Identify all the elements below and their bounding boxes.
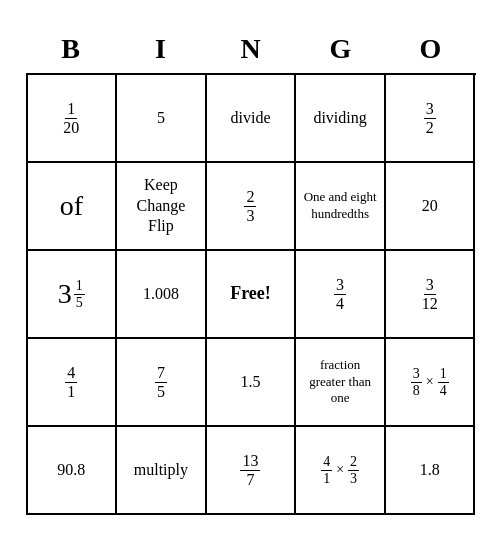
header-g: G (296, 29, 386, 69)
cell-r5c2: multiply (117, 427, 207, 515)
cell-r3c5: 3 12 (386, 251, 476, 339)
cell-r4c4: fraction greater than one (296, 339, 386, 427)
header-n: N (206, 29, 296, 69)
cell-r3c2: 1.008 (117, 251, 207, 339)
cell-r5c3: 13 7 (207, 427, 297, 515)
cell-r1c3: divide (207, 75, 297, 163)
cell-r2c4: One and eight hundredths (296, 163, 386, 251)
cell-r1c4: dividing (296, 75, 386, 163)
cell-r2c1: of (28, 163, 118, 251)
cell-r5c1: 90.8 (28, 427, 118, 515)
cell-r3c1: 3 1 5 (28, 251, 118, 339)
cell-r4c1: 4 1 (28, 339, 118, 427)
header-i: I (116, 29, 206, 69)
cell-r2c2: KeepChangeFlip (117, 163, 207, 251)
cell-r4c5: 3 8 × 1 4 (386, 339, 476, 427)
cell-r5c5: 1.8 (386, 427, 476, 515)
cell-r3c4: 3 4 (296, 251, 386, 339)
cell-r5c4: 4 1 × 2 3 (296, 427, 386, 515)
cell-r3c3: Free! (207, 251, 297, 339)
header-b: B (26, 29, 116, 69)
cell-r4c3: 1.5 (207, 339, 297, 427)
cell-r2c3: 2 3 (207, 163, 297, 251)
bingo-grid: 1 20 5 divide dividing 3 2 of KeepChange… (26, 73, 476, 515)
cell-r1c1: 1 20 (28, 75, 118, 163)
cell-r2c5: 20 (386, 163, 476, 251)
cell-r1c2: 5 (117, 75, 207, 163)
cell-r4c2: 7 5 (117, 339, 207, 427)
cell-r1c5: 3 2 (386, 75, 476, 163)
header-o: O (386, 29, 476, 69)
bingo-header: B I N G O (26, 29, 476, 69)
bingo-card: B I N G O 1 20 5 divide dividing 3 2 (16, 19, 486, 525)
